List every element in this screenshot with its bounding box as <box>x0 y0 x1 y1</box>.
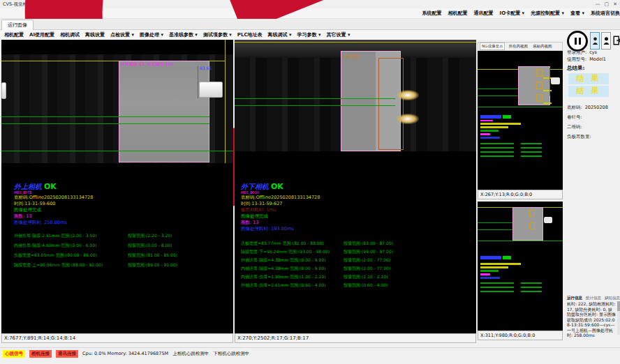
upper-camera-panel[interactable]: 计算阈值:93, 动态阈值:100 93.66 外上相机OK MES_BYTE … <box>1 40 233 333</box>
measurement-text: 外侧负耳-隔膜:2.91mm 范围:(2.00 - 3.50) <box>14 233 97 238</box>
tool-offline-debug[interactable]: 离线调试 ▾ <box>268 31 292 38</box>
barcode-value: 20250208 <box>585 105 608 110</box>
loops-line: 圈数: 13 <box>14 213 230 220</box>
tool-other-settings[interactable]: 其它设置 ▾ <box>326 31 350 38</box>
tool-image-processing[interactable]: 图像处理 ▾ <box>140 31 163 38</box>
camera-result-title: 外上相机OK <box>14 183 230 190</box>
defect-box <box>529 210 535 217</box>
menu-item-language-switch[interactable]: 系统语言切换 <box>591 10 620 17</box>
lower-coords-bar: X:270;Y:2502;R:17;G:17;B:17 <box>235 333 476 343</box>
minimize-icon[interactable]: — <box>596 0 600 8</box>
tab-stat-info[interactable]: 统计信息 <box>586 296 601 301</box>
mini-meas-bar <box>521 291 542 292</box>
app-status-bar: 心跳信号 相机连接 通讯连接 Cpu: 0.0% Memory: 3424.41… <box>0 347 620 364</box>
mini-meas-bar <box>480 282 514 284</box>
user-login-button[interactable] <box>590 32 600 50</box>
menu-item-camera-config[interactable]: 相机配置 <box>448 10 468 17</box>
ng-preview-image[interactable] <box>478 51 563 190</box>
maximize-icon[interactable]: ▢ <box>605 0 610 8</box>
tool-learning-params[interactable]: 学习参数 ▾ <box>297 31 321 38</box>
upper-coords-bar: X:7677;Y:891;R:14;G:14;B:14 <box>1 333 233 343</box>
second-coords-bar: X:311;Y:980;R:0;G:0;B:0 <box>478 331 563 340</box>
needle-label: 卷针号: <box>567 114 582 120</box>
tool-baseline-params[interactable]: 基准线参数 ▾ <box>169 31 198 38</box>
mini-meas-bar <box>480 287 514 288</box>
tab-run-image[interactable]: 运行图像 <box>1 20 34 30</box>
view-tab-row: 运行图像 <box>0 19 620 30</box>
electrode-block: 计算阈值:93, 动态阈值:100 <box>119 61 209 162</box>
menu-item-io-card-config[interactable]: IO卡配置 ▾ <box>500 10 525 17</box>
login-user-value: cys <box>589 50 597 55</box>
electrode-block <box>518 66 550 105</box>
lower-cam-heartbeat-text: 下相机心跳检测中 <box>213 350 249 357</box>
measurement-text: 隔膜宽度-上=90.56mm 范围:(88.00 - 92.00) <box>14 262 103 267</box>
info-scrollbar[interactable] <box>617 301 620 335</box>
measure-line <box>1 151 233 151</box>
user-manage-button[interactable] <box>601 32 611 50</box>
mini-meas-bar <box>480 147 514 149</box>
tool-plc-address-table[interactable]: PLC地址表 <box>237 31 263 38</box>
tab-connector <box>551 77 560 84</box>
alarm-range: 报警范围:(81.00 - 85.00) <box>128 252 177 259</box>
mini-text-bar <box>480 270 499 272</box>
tool-camera-config[interactable]: 相机配置 <box>4 31 24 38</box>
measurement-text: 外侧正耳-负耳=2.61mm 范围:(0.60 - 4.00) <box>241 282 326 287</box>
lower-camera-image[interactable]: AI检测区 <box>235 40 476 151</box>
metal-tab-highlight <box>397 114 419 124</box>
measure-line <box>478 89 518 89</box>
tool-spot-check-setting[interactable]: 点检设置 ▾ <box>110 31 134 38</box>
pause-icon <box>575 38 577 45</box>
tab-run-info[interactable]: 运行信息 <box>567 296 582 301</box>
mini-text-bar <box>480 126 508 128</box>
measurement-row: 正极宽度=83.77mm 范围:(82.00 - 88.00)报警范围:(83.… <box>241 241 471 249</box>
menu-item-comm-config[interactable]: 通讯配置 <box>474 10 494 17</box>
login-user-label: 登录用户: <box>567 50 586 55</box>
pause-button[interactable] <box>567 31 588 52</box>
guide-line <box>225 40 226 163</box>
menu-item-light-control-config[interactable]: 光源控制配置 ▾ <box>531 10 564 17</box>
tab-all-views[interactable]: 所有内视图 <box>507 43 529 50</box>
window-controls: — ▢ ✕ <box>596 0 618 8</box>
tab-ng-display[interactable]: NG成像显示 <box>480 43 505 50</box>
tab-barcode-view[interactable]: 底标内视图 <box>531 43 554 50</box>
info-tab-bar: 运行信息 统计信息 缺陷信息 <box>567 296 620 301</box>
mini-meas-bar <box>521 143 542 144</box>
time-line: 时间:13-31-59-600 <box>14 201 230 207</box>
lower-camera-panel[interactable]: AI检测区 外下相机OK MES_B010 底标码:Offline2025020… <box>235 40 476 333</box>
close-icon[interactable]: ✕ <box>613 0 617 8</box>
measurement-text: 负极宽度=83.05mm 范围:(80.00 - 86.00) <box>14 252 97 257</box>
measurement-text: 内侧正耳-负耳=1.90mm 范围:(1.00 - 2.20) <box>241 274 326 279</box>
result-block-upper: 结 果 <box>568 73 609 84</box>
defect-box <box>536 69 542 77</box>
measurement-row: 内侧正耳-隔膜=4.38mm 范围:(0.00 - 9.00)报警范围:(2.0… <box>241 266 471 274</box>
tiny-label-bar <box>543 103 552 104</box>
defect-box <box>529 222 535 229</box>
alarm-range: 报警范围:(2.00 - 77.00) <box>344 266 390 272</box>
menu-item-view[interactable]: 查看 ▾ <box>570 10 584 17</box>
user-icon <box>603 36 610 45</box>
measurement-text: 正极宽度=83.77mm 范围:(82.00 - 88.00) <box>241 241 324 245</box>
tool-camera-debug[interactable]: 相机调试 <box>60 31 80 38</box>
measurement-row: 隔膜宽度-上=90.56mm 范围:(88.00 - 92.00)报警范围:(8… <box>14 262 230 272</box>
mini-text-bar <box>480 137 500 139</box>
mini-text-bar <box>503 256 511 259</box>
exit-button[interactable] <box>612 31 620 50</box>
guide-line <box>235 42 476 43</box>
tab-defect-info[interactable]: 缺陷信息 <box>605 296 620 301</box>
mini-tab-bar: NG成像显示 所有内视图 底标内视图 <box>478 42 563 51</box>
tool-test-item-params[interactable]: 测试项参数 ▾ <box>203 31 232 38</box>
scrollbar-thumb[interactable] <box>617 301 620 311</box>
tool-ai-usage-config[interactable]: AI使用配置 <box>29 31 54 38</box>
upper-result-block: 外上相机OK MES_BYTE 底标码:Offline2025020813313… <box>14 183 230 226</box>
barcode-line: 底标码:Offline20250208133134728 <box>241 195 457 201</box>
second-preview-panel[interactable] <box>478 202 563 331</box>
tool-offline-setting[interactable]: 离线设置 <box>85 31 105 38</box>
login-user-row: 登录用户:cys <box>567 50 597 56</box>
tab-count-label: 负极耳数量: <box>567 134 591 139</box>
ok-status: OK <box>44 182 57 191</box>
alarm-range: 报警范围:(2.20 - 3.20) <box>128 233 172 239</box>
alarm-range: 报警范围:(1.10 - 2.10) <box>344 274 388 280</box>
mini-text-bar <box>480 263 521 265</box>
menu-item-system-config[interactable]: 系统配置 <box>422 10 442 17</box>
upper-camera-image[interactable]: 计算阈值:93, 动态阈值:100 93.66 <box>1 54 233 163</box>
